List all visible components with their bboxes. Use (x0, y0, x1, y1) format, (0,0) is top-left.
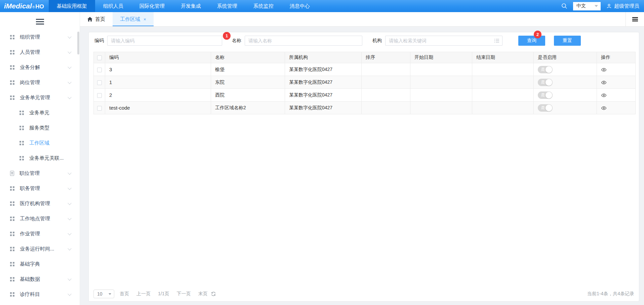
chevron-down-icon (68, 292, 71, 296)
sidebar-item-label: 工作区域 (29, 140, 49, 146)
grid-icon (10, 186, 14, 191)
language-select-value: 中文 (576, 3, 586, 9)
sidebar-item-base-dictionary[interactable]: 基础字典 (0, 257, 80, 272)
language-select[interactable]: 中文 (573, 2, 601, 10)
cell-start-date (410, 76, 472, 89)
sidebar-collapse-button[interactable] (0, 12, 80, 30)
tab-list-menu-button[interactable] (626, 17, 644, 22)
search-icon[interactable] (561, 3, 568, 9)
sidebar-item-org-mgmt[interactable]: 组织管理 (0, 30, 80, 45)
sidebar-item-label: 医疗机构管理 (20, 200, 50, 207)
hamburger-icon (632, 17, 638, 22)
view-button[interactable] (601, 106, 607, 111)
user-menu[interactable]: 超级管理员 (606, 3, 639, 9)
list-icon[interactable] (494, 38, 499, 43)
chevron-down-icon (68, 216, 71, 220)
nav-item-dev-integration[interactable]: 开发集成 (173, 0, 209, 12)
nav-item-base-app-framework[interactable]: 基础应用框架 (49, 0, 95, 12)
cell-code: 3 (105, 63, 211, 76)
home-icon (87, 17, 92, 22)
sidebar-item-business-runtime[interactable]: 业务运行时间... (0, 241, 80, 257)
sidebar-subitem-business-unit[interactable]: 业务单元 (0, 105, 80, 120)
cell-code: test-code (105, 102, 211, 114)
page-size-value: 10 (97, 291, 103, 297)
close-icon[interactable]: × (144, 17, 146, 22)
table-row: 1 东院 某某数字化医院0427 是 (94, 76, 636, 89)
sidebar-item-position-mgmt[interactable]: 职位管理 (0, 166, 80, 181)
cell-end-date (472, 63, 534, 76)
content-area: 编码 名称 机构 查询 重置 1 2 (80, 27, 644, 305)
tab-work-area[interactable]: 工作区域 × (113, 12, 154, 26)
column-header-operation: 操作 (597, 52, 636, 63)
enabled-toggle[interactable]: 是 (538, 104, 553, 112)
cell-org: 某某数字化医院0427 (285, 102, 362, 114)
sidebar-item-business-decompose[interactable]: 业务分解 (0, 60, 80, 75)
first-page-button[interactable]: 首页 (120, 291, 129, 297)
sidebar-item-label: 业务分解 (20, 64, 40, 71)
sidebar: 组织管理 人员管理 业务分解 岗位管理 业务单元管理 (0, 12, 80, 305)
page-size-select[interactable]: 10 (93, 290, 114, 298)
org-label: 机构 (372, 38, 382, 44)
sidebar-item-label: 岗位管理 (20, 79, 40, 86)
sidebar-item-medical-org-mgmt[interactable]: 医疗机构管理 (0, 196, 80, 211)
sidebar-item-personnel-mgmt[interactable]: 人员管理 (0, 45, 80, 60)
sidebar-item-workplace-mgmt[interactable]: 工作地点管理 (0, 211, 80, 226)
grid-icon (19, 111, 24, 115)
view-button[interactable] (601, 67, 607, 72)
pagination-bar: 10 首页 上一页 1/1页 下一页 末页 当前1-4条，共4条记录 (93, 289, 634, 299)
enabled-toggle[interactable]: 是 (538, 66, 553, 73)
nav-item-i18n-mgmt[interactable]: 国际化管理 (131, 0, 173, 12)
enabled-toggle[interactable]: 是 (538, 91, 553, 99)
nav-item-system-mgmt[interactable]: 系统管理 (209, 0, 245, 12)
refresh-button[interactable] (211, 291, 216, 297)
sidebar-item-post-mgmt[interactable]: 岗位管理 (0, 75, 80, 90)
grid-icon (10, 262, 14, 266)
org-input[interactable] (385, 36, 502, 46)
sidebar-item-base-data[interactable]: 基础数据 (0, 272, 80, 287)
refresh-icon (211, 291, 216, 297)
next-page-button[interactable]: 下一页 (176, 291, 191, 297)
row-checkbox[interactable] (97, 68, 102, 72)
code-input[interactable] (107, 36, 222, 46)
sidebar-subitem-work-area[interactable]: 工作区域 (0, 136, 80, 151)
nav-item-org-personnel[interactable]: 组织人员 (95, 0, 131, 12)
select-all-checkbox[interactable] (97, 55, 102, 60)
filter-toolbar: 编码 名称 机构 查询 重置 1 2 (89, 32, 639, 46)
name-label: 名称 (232, 38, 241, 44)
name-input[interactable] (245, 36, 362, 46)
sidebar-item-label: 基础数据 (20, 276, 40, 282)
nav-item-system-monitor[interactable]: 系统监控 (245, 0, 282, 12)
enabled-toggle[interactable]: 是 (538, 79, 553, 86)
last-page-button[interactable]: 末页 (198, 291, 207, 297)
nav-item-message-center[interactable]: 消息中心 (282, 0, 318, 12)
sidebar-item-diagnosis-subject[interactable]: 诊疗科目 (0, 287, 80, 302)
sidebar-item-label: 服务类型 (29, 125, 49, 131)
hamburger-icon (36, 19, 44, 25)
chevron-down-icon (68, 35, 71, 38)
reset-button[interactable]: 重置 (554, 36, 581, 46)
grid-icon (19, 156, 24, 160)
sidebar-item-label: 业务单元关联... (29, 155, 64, 161)
cell-name: 西院 (211, 89, 285, 102)
sidebar-subitem-service-type[interactable]: 服务类型 (0, 120, 80, 136)
view-button[interactable] (601, 93, 607, 98)
cell-sort (362, 63, 410, 76)
row-checkbox[interactable] (97, 80, 102, 85)
sidebar-item-duty-mgmt[interactable]: 职务管理 (0, 181, 80, 196)
prev-page-button[interactable]: 上一页 (136, 291, 151, 297)
sidebar-item-label: 组织管理 (20, 34, 40, 40)
row-checkbox[interactable] (97, 106, 102, 111)
cell-code: 2 (105, 89, 211, 102)
tab-home[interactable]: 首页 (80, 12, 113, 26)
sidebar-item-job-mgmt[interactable]: 作业管理 (0, 226, 80, 241)
cell-start-date (410, 102, 472, 114)
sidebar-scrollbar-thumb[interactable] (77, 32, 79, 54)
search-button[interactable]: 查询 (518, 36, 545, 46)
sidebar-item-label: 业务单元管理 (20, 94, 50, 101)
row-checkbox[interactable] (97, 93, 102, 98)
sidebar-item-business-unit-mgmt[interactable]: 业务单元管理 (0, 90, 80, 105)
eye-icon (601, 93, 607, 98)
view-button[interactable] (601, 80, 607, 85)
sidebar-subitem-business-unit-relation[interactable]: 业务单元关联... (0, 151, 80, 166)
registered-mark: ® (32, 5, 35, 9)
